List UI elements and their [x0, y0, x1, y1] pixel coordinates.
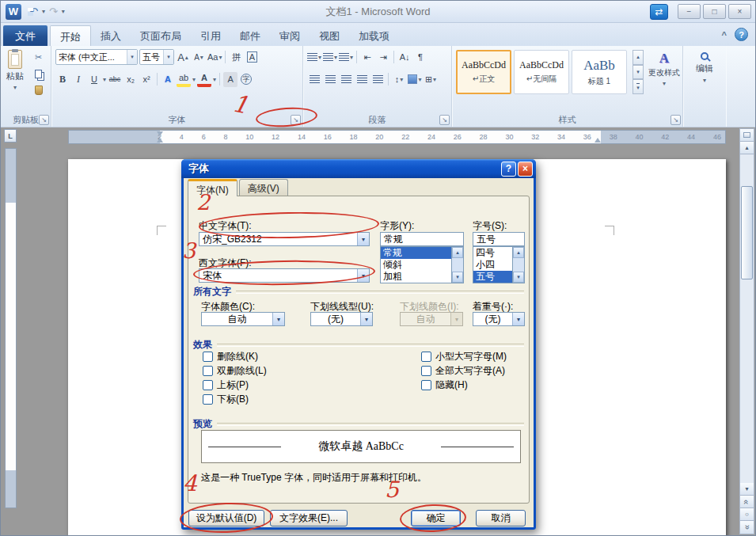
effect-checkbox-row[interactable]: 上标(P): [203, 378, 267, 392]
shading-button[interactable]: ▾: [408, 72, 422, 87]
paste-dropdown-icon[interactable]: ▾: [13, 84, 17, 91]
dialog-close-button[interactable]: ×: [518, 162, 533, 177]
ribbon-tab[interactable]: 插入: [91, 25, 131, 46]
effect-checkbox-row[interactable]: 全部大写字母(A): [421, 363, 507, 378]
dropdown-icon[interactable]: ▾: [360, 313, 372, 325]
dropdown-icon[interactable]: ▾: [127, 50, 137, 64]
ribbon-tab[interactable]: 页面布局: [131, 25, 191, 46]
font-size-scrollbar[interactable]: ▴ ▾: [512, 247, 524, 283]
font-color-combobox[interactable]: 自动 ▾: [201, 312, 285, 326]
font-name-combobox[interactable]: 宋体 (中文正... ▾: [55, 49, 138, 65]
font-style-input[interactable]: 常规: [380, 232, 464, 246]
checkbox[interactable]: [203, 352, 213, 362]
paragraph-dialog-launcher[interactable]: ↘: [439, 115, 450, 125]
maximize-button[interactable]: □: [703, 4, 726, 19]
previous-page-button[interactable]: «: [740, 496, 754, 508]
dialog-tab-advanced[interactable]: 高级(V): [239, 179, 288, 196]
style-card[interactable]: AaBb 标题 1: [572, 50, 627, 94]
font-size-combobox[interactable]: 五号 ▾: [139, 49, 174, 65]
font-size-input[interactable]: 五号: [473, 232, 525, 246]
text-effects-button[interactable]: 文字效果(E)...: [270, 510, 348, 526]
gallery-scroll-down-button[interactable]: ▾: [633, 65, 644, 80]
superscript-button[interactable]: x²: [139, 72, 154, 87]
checkbox[interactable]: [421, 366, 431, 376]
word-logo-icon[interactable]: W: [6, 4, 21, 20]
hanging-indent-marker[interactable]: [157, 138, 163, 143]
dropdown-icon[interactable]: ▾: [163, 50, 173, 64]
highlight-dropdown-icon[interactable]: ▾: [192, 76, 196, 83]
dialog-title-bar[interactable]: 字体 ? ×: [181, 159, 536, 178]
bullets-button[interactable]: ▾: [307, 50, 321, 65]
editing-menu-button[interactable]: 编辑 ▾: [683, 52, 726, 84]
underline-button[interactable]: U: [87, 72, 101, 87]
qat-customize-button[interactable]: ▾: [62, 8, 65, 15]
ribbon-tab[interactable]: 审阅: [270, 25, 310, 46]
scroll-up-button[interactable]: ▴: [740, 142, 754, 154]
borders-button[interactable]: ⊞▾: [424, 72, 438, 87]
ribbon-tab[interactable]: 加载项: [349, 25, 399, 46]
multilevel-list-button[interactable]: ▾: [339, 50, 353, 65]
dropdown-icon[interactable]: ▾: [272, 313, 284, 325]
gallery-scroll-up-button[interactable]: ▴: [633, 50, 644, 65]
character-shading-button[interactable]: A: [223, 72, 237, 87]
effect-checkbox-row[interactable]: 删除线(K): [203, 349, 267, 363]
font-size-option[interactable]: 四号: [473, 247, 512, 259]
scrollbar-thumb[interactable]: [741, 186, 753, 279]
effect-checkbox-row[interactable]: 下标(B): [203, 392, 267, 406]
help-button[interactable]: ?: [735, 28, 748, 41]
dropdown-icon[interactable]: ▾: [357, 233, 369, 245]
enclose-characters-button[interactable]: 字: [239, 72, 253, 87]
redo-button[interactable]: ↷: [49, 6, 58, 17]
vertical-ruler[interactable]: [5, 148, 17, 508]
gallery-more-button[interactable]: ▾: [633, 79, 644, 94]
fullscreen-toggle-button[interactable]: ⇄: [650, 4, 668, 20]
effect-checkbox-row[interactable]: 小型大写字母(M): [421, 349, 507, 363]
italic-button[interactable]: I: [71, 72, 85, 87]
grow-font-button[interactable]: A▴: [176, 50, 190, 65]
underline-style-combobox[interactable]: (无) ▾: [310, 312, 373, 326]
dropdown-icon[interactable]: ▾: [512, 313, 524, 325]
text-effects-button[interactable]: A: [161, 72, 175, 87]
font-dialog-launcher[interactable]: ↘: [291, 115, 301, 125]
font-size-option[interactable]: 小四: [473, 259, 512, 271]
change-styles-button[interactable]: A 更改样式 ▾: [647, 51, 682, 87]
strikethrough-button[interactable]: abc: [108, 72, 122, 87]
shrink-font-button[interactable]: A▾: [192, 50, 206, 65]
file-tab[interactable]: 文件: [3, 25, 47, 46]
align-center-button[interactable]: [323, 72, 337, 87]
font-style-listbox[interactable]: 常规倾斜加粗 ▴ ▾: [380, 246, 464, 283]
style-card[interactable]: AaBbCcDd ↵正文: [456, 50, 511, 94]
increase-indent-button[interactable]: ⇥: [376, 50, 390, 65]
font-size-listbox[interactable]: 四号小四五号 ▴ ▾: [473, 246, 525, 283]
underline-dropdown-icon[interactable]: ▾: [103, 76, 106, 83]
first-line-indent-marker[interactable]: [157, 131, 163, 136]
align-right-button[interactable]: [339, 72, 353, 87]
highlight-color-button[interactable]: ab: [177, 72, 191, 87]
minimize-button[interactable]: −: [678, 4, 701, 19]
font-color-button[interactable]: A: [197, 72, 211, 87]
distribute-button[interactable]: [370, 72, 385, 87]
ribbon-tab[interactable]: 邮件: [230, 25, 270, 46]
change-case-button[interactable]: Aa▾: [207, 50, 222, 65]
ribbon-tab[interactable]: 引用: [191, 25, 230, 46]
western-font-combobox[interactable]: 宋体 ▾: [199, 268, 370, 283]
clipboard-dialog-launcher[interactable]: ↘: [39, 115, 49, 125]
dropdown-icon[interactable]: ▾: [357, 269, 369, 282]
format-painter-button[interactable]: [29, 83, 47, 97]
horizontal-ruler[interactable]: 2468101214161820222426283032343638404244…: [68, 130, 726, 144]
cancel-button[interactable]: 取消: [476, 510, 526, 526]
decrease-indent-button[interactable]: ⇤: [360, 50, 374, 65]
effect-checkbox-row[interactable]: 隐藏(H): [421, 378, 507, 392]
collapse-ribbon-icon[interactable]: ^: [722, 30, 727, 40]
ok-button[interactable]: 确定: [411, 510, 461, 526]
scroll-down-button[interactable]: ▾: [513, 272, 524, 283]
scroll-up-button[interactable]: ▴: [452, 247, 463, 258]
phonetic-guide-button[interactable]: 拼: [229, 50, 243, 65]
effect-checkbox-row[interactable]: 双删除线(L): [203, 363, 267, 378]
scroll-down-button[interactable]: ▾: [452, 272, 463, 283]
font-style-scrollbar[interactable]: ▴ ▾: [451, 247, 463, 283]
checkbox[interactable]: [203, 380, 213, 390]
tab-selector[interactable]: L: [4, 129, 17, 143]
line-spacing-button[interactable]: ↕▾: [392, 72, 406, 87]
numbering-button[interactable]: ▾: [323, 50, 337, 65]
